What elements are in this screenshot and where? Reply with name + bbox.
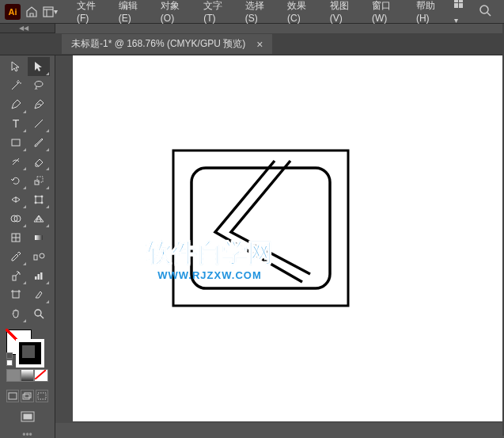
screen-mode-button[interactable]	[18, 409, 37, 425]
swap-fill-stroke-icon[interactable]	[6, 352, 13, 359]
svg-rect-7	[454, 3, 458, 8]
svg-rect-45	[23, 394, 29, 399]
app-icon: Ai	[5, 3, 21, 21]
blend-tool[interactable]	[28, 247, 50, 266]
draw-normal[interactable]	[6, 390, 19, 402]
svg-rect-44	[25, 393, 31, 398]
tab-close-button[interactable]: ×	[256, 38, 263, 51]
line-tool[interactable]	[28, 114, 50, 133]
watermark-text: 软件自学网	[146, 236, 273, 271]
scale-tool[interactable]	[28, 171, 50, 190]
screen-mode-row	[0, 406, 55, 428]
svg-rect-46	[38, 393, 46, 399]
free-transform-tool[interactable]	[28, 190, 50, 209]
svg-rect-29	[34, 255, 37, 260]
direct-selection-tool[interactable]	[28, 57, 50, 76]
mesh-tool[interactable]	[5, 228, 27, 247]
svg-rect-35	[13, 291, 19, 298]
workspace-switcher-icon[interactable]: ▾	[454, 0, 471, 26]
menu-bar: 文件(F) 编辑(E) 对象(O) 文字(T) 选择(S) 效果(C) 视图(V…	[69, 0, 451, 27]
home-icon[interactable]	[24, 3, 40, 21]
svg-rect-34	[40, 272, 43, 280]
watermark: 软件自学网 WWW.RJZXW.COM	[146, 236, 273, 281]
svg-point-40	[35, 310, 41, 316]
menu-view[interactable]: 视图(V)	[322, 0, 364, 27]
zoom-tool[interactable]	[28, 304, 50, 323]
color-mode-gradient[interactable]	[21, 369, 35, 382]
eyedropper-tool[interactable]	[5, 247, 27, 266]
pen-tool[interactable]	[5, 95, 27, 114]
draw-behind[interactable]	[21, 390, 33, 402]
svg-rect-6	[459, 0, 463, 2]
collapse-chevrons-icon: ◀◀	[19, 25, 28, 32]
column-graph-tool[interactable]	[28, 266, 50, 285]
svg-line-13	[35, 120, 43, 128]
color-mode-none[interactable]	[34, 369, 48, 382]
shape-builder-tool[interactable]	[5, 209, 27, 228]
color-section	[0, 325, 55, 387]
color-mode-solid[interactable]	[6, 369, 21, 382]
svg-point-20	[41, 196, 43, 197]
lasso-tool[interactable]	[28, 76, 50, 95]
eraser-tool[interactable]	[28, 152, 50, 171]
draw-inside[interactable]	[36, 390, 48, 402]
svg-rect-31	[13, 276, 16, 280]
svg-line-42	[35, 370, 46, 379]
tools-collapse-bar[interactable]: ◀◀	[0, 24, 55, 33]
svg-rect-2	[44, 7, 53, 17]
svg-point-11	[35, 82, 43, 87]
symbol-sprayer-tool[interactable]	[5, 266, 27, 285]
menu-object[interactable]: 对象(O)	[153, 0, 195, 27]
menu-help[interactable]: 帮助(H)	[408, 0, 451, 27]
search-icon[interactable]	[479, 4, 491, 20]
type-tool[interactable]: T	[5, 114, 27, 133]
svg-line-41	[40, 315, 44, 318]
doc-layout-icon[interactable]: ▾	[43, 3, 59, 21]
svg-text:T: T	[13, 117, 20, 130]
menu-type[interactable]: 文字(T)	[195, 0, 237, 27]
rotate-tool[interactable]	[5, 171, 27, 190]
svg-point-19	[35, 196, 36, 197]
menu-select[interactable]: 选择(S)	[237, 0, 279, 27]
shaper-tool[interactable]	[5, 152, 27, 171]
perspective-grid-tool[interactable]	[28, 209, 50, 228]
edit-toolbar-button[interactable]: •••	[0, 428, 55, 438]
tab-bar: 未标题-1* @ 168.76% (CMYK/GPU 预览) ×	[0, 33, 504, 55]
svg-rect-32	[35, 276, 37, 280]
gradient-tool[interactable]	[28, 228, 50, 247]
menu-file[interactable]: 文件(F)	[69, 0, 111, 27]
rectangle-tool[interactable]	[5, 133, 27, 152]
svg-rect-43	[9, 393, 17, 399]
artwork	[172, 149, 350, 307]
document-tab[interactable]: 未标题-1* @ 168.76% (CMYK/GPU 预览) ×	[62, 34, 272, 54]
slice-tool[interactable]	[28, 285, 50, 304]
chevron-down-icon: ▾	[54, 7, 58, 16]
svg-rect-5	[454, 0, 458, 2]
hand-tool[interactable]	[5, 304, 27, 323]
svg-point-22	[41, 202, 43, 204]
draw-mode-row	[0, 387, 55, 406]
svg-rect-18	[36, 196, 42, 203]
magic-wand-tool[interactable]	[5, 76, 27, 95]
svg-rect-28	[35, 235, 43, 240]
svg-rect-14	[12, 139, 20, 146]
artboard: 软件自学网 WWW.RJZXW.COM	[73, 55, 502, 421]
fill-stroke-swatches[interactable]	[6, 329, 46, 366]
watermark-url: WWW.RJZXW.COM	[146, 269, 273, 281]
stroke-color-swatch[interactable]	[17, 341, 43, 366]
tool-grid: T	[0, 55, 55, 325]
menu-window[interactable]: 窗口(W)	[364, 0, 408, 27]
selection-tool[interactable]	[5, 57, 27, 76]
menu-edit[interactable]: 编辑(E)	[111, 0, 153, 27]
svg-point-9	[480, 6, 488, 13]
color-mode-row	[6, 369, 48, 382]
menu-effect[interactable]: 效果(C)	[279, 0, 322, 27]
default-fill-stroke-icon[interactable]	[6, 360, 13, 366]
curvature-tool[interactable]	[28, 95, 50, 114]
paintbrush-tool[interactable]	[28, 133, 50, 152]
canvas-area[interactable]: 软件自学网 WWW.RJZXW.COM	[55, 55, 504, 423]
svg-rect-48	[24, 414, 32, 419]
svg-rect-33	[37, 274, 40, 280]
width-tool[interactable]	[5, 190, 27, 209]
artboard-tool[interactable]	[5, 285, 27, 304]
